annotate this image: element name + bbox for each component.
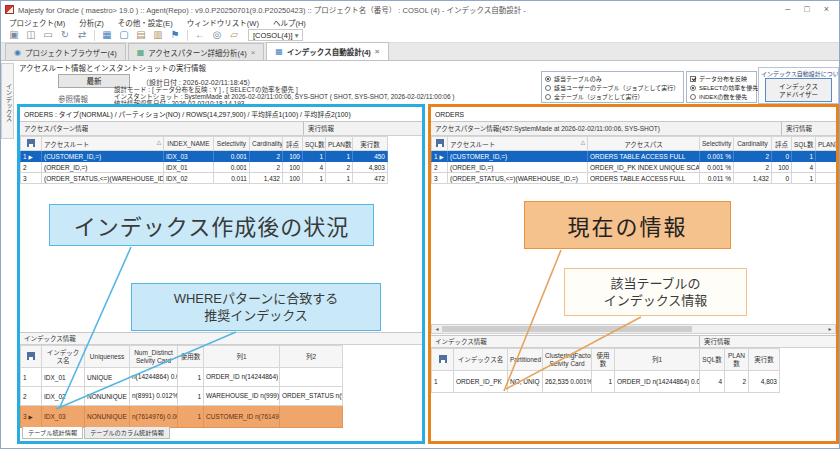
close-icon[interactable]: × [824,4,829,14]
save-icon[interactable] [432,137,448,151]
table-row[interactable]: 1 ORDER_ID_PK NO, UNIQ 262,535 0.001% 2 … [432,371,780,393]
menu-settings[interactable]: その他・設定(E) [118,17,173,28]
row-marker-icon: ▶ [28,154,32,160]
radio-user-tables-job[interactable]: 該当ユーザーのテーブル（ジョブとして実行） [545,83,680,92]
table-row-highlighted[interactable]: 3 ▶ IDX_03 NONUNIQUE n(7614976) 0.001% 2… [21,406,343,428]
menu-windowlist[interactable]: ウィンドウリスト(W) [187,17,259,28]
scrollbar-thumb[interactable] [442,326,692,332]
menu-help[interactable]: ヘルプ(H) [273,17,306,28]
menu-analysis[interactable]: 分析(Z) [79,17,104,28]
sort-asc-icon[interactable]: △ [157,139,161,145]
tab-strip: ◉ プロジェクトブラウザー(4) ▦ アクセスパターン詳細分析(4) × ▦ イ… [1,43,839,61]
tab-access-pattern-analysis[interactable]: ▦ アクセスパターン詳細分析(4) × [128,43,265,60]
tab-project-browser[interactable]: ◉ プロジェクトブラウザー(4) [5,43,126,60]
table-grid-icon[interactable]: ▦ [100,29,114,41]
back-arrow-icon[interactable]: ← [193,29,207,41]
title-bar: Majesty for Oracle ( maestro> 19.0 ) :: … [1,1,839,17]
access-pattern-table-left: アクセスルート△ INDEX_NAME Selectivity Cardinal… [20,136,388,184]
sync-icon[interactable]: ⇄ [75,29,89,41]
radio-off-icon [545,85,551,91]
toolbar-separator [94,30,95,41]
access-pattern-group-label: アクセスパターン情報(457:SystemMade at 2026-02-02/… [431,122,779,135]
tab-column-stats[interactable]: テーブルのカラム統計情報 [84,427,170,439]
report-icon[interactable]: ▤ [134,29,148,41]
scope-combobox[interactable]: [COSOL(4)] ▾ [248,29,303,41]
radio-off-icon [545,94,551,100]
group-header-right: アクセスパターン情報(457:SystemMade at 2026-02-02/… [431,122,836,136]
window-title: Majesty for Oracle ( maestro> 19.0 ) :: … [18,4,785,15]
annotation-where-pattern-recommended-index: WHEREパターンに合致する 推奨インデックス [131,283,381,331]
checkbox-checked-icon [690,76,696,82]
grid-icon: ▦ [137,48,145,57]
table-summary-left: ORDERS : タイプ(NORMAL) / パーティション(NO) / ROW… [20,107,422,122]
flag-icon[interactable]: ⚑ [168,29,182,41]
index-table-right: インデックス名 Partitioned ClusteringFactor Sel… [431,348,780,393]
annotation-after-index-creation: インデックス作成後の状況 [49,204,374,246]
radio-on-icon [690,85,696,91]
radio-off-icon [690,94,696,100]
index-advisor-button[interactable]: インデックス アドバイザー [765,78,832,102]
scroll-right-icon[interactable]: ▸ [825,325,835,333]
table-row[interactable]: 2 (ORDER_ID,=)ORDER_ID_PK INDEX UNIQUE S… [432,162,837,173]
save-icon[interactable] [21,346,42,368]
chevron-down-icon: ▾ [295,31,299,40]
after-index-panel: ORDERS : タイプ(NORMAL) / パーティション(NO) / ROW… [17,104,425,444]
index-info-header-left: インデックス情報 [20,332,422,345]
toolbar-separator [187,30,188,41]
notebook-icon[interactable]: ▥ [151,29,165,41]
annotation-table-index-info: 該当テーブルの インデックス情報 [564,268,747,316]
table-row[interactable]: 3 (ORDER_STATUS,<=)(WAREHOUSE_ID,=)ORDER… [432,173,837,184]
windows-cascade-icon[interactable]: ◫ [24,29,38,41]
index-table-left: インデックス名 Uniqueness Num_Distinct Selvity … [20,345,343,428]
tab-table-stats[interactable]: テーブル統計情報 [22,427,83,439]
row-marker-icon: ▶ [28,414,32,420]
table-row[interactable]: 1 IDX_01 UNIQUE n(14244864) 0.001% 2 1 O… [21,368,343,387]
row-marker-icon: ▶ [439,154,443,160]
reference-info-label: 参照情報 [58,93,88,104]
checkbox-reflect-distribution[interactable]: データ分布を反映 [690,74,753,83]
browser-icon: ◉ [14,48,21,57]
table-row[interactable]: 2 IDX_02 NONUNIQUE n(8991) 0.012% 1591 1… [21,387,343,406]
app-window: Majesty for Oracle ( maestro> 19.0 ) :: … [0,0,840,449]
radio-select-efficiency[interactable]: SELECTの効率を優先 [690,83,753,92]
monitor-icon[interactable]: ▢ [117,29,131,41]
tab-close-icon[interactable]: × [375,47,380,56]
table-summary-right: ORDERS [431,107,836,122]
save-icon[interactable] [432,349,454,371]
folder-icon[interactable]: ▱ [227,29,241,41]
refresh-icon[interactable]: ↻ [58,29,72,41]
exec-info-group-label: 実行情報 [699,336,730,347]
radio-target-table-only[interactable]: 該当テーブルのみ [545,74,680,83]
window-icon[interactable]: ▣ [7,29,21,41]
advisor-panel: インデックス自動設計について インデックス アドバイザー [758,67,839,104]
tab-close-icon[interactable]: × [251,48,256,57]
save-icon[interactable] [21,137,42,151]
menu-project[interactable]: プロジェクト(M) [9,17,65,28]
table-row[interactable]: 1 ▶ (CUSTOMER_ID,=)ORDERS TABLE ACCESS F… [432,151,837,162]
horizontal-scrollbar[interactable]: ◂ ▸ [431,324,836,334]
annotation-current-info: 現在の情報 [524,201,731,249]
folder-open-icon[interactable]: ▭ [41,29,55,41]
index-info-header-right: インデックス情報 実行情報 [431,335,836,348]
access-pattern-table-right: アクセスルート△ アクセスパス Selectivity Cardinality … [431,136,836,184]
exec-info-group-label: 実行情報 [303,122,422,135]
radio-on-icon [545,76,551,82]
grid-icon: ▦ [275,47,283,56]
radio-all-tables-job[interactable]: 全テーブル（ジョブとして実行） [545,92,680,101]
maximize-icon[interactable]: □ [804,4,809,14]
minimize-icon[interactable]: – [785,4,790,14]
exec-info-group-label: 実行情報 [781,122,836,135]
sort-asc-icon[interactable]: △ [581,139,585,145]
target-scope-groupbox: 該当テーブルのみ 該当ユーザーのテーブル（ジョブとして実行） 全テーブル（ジョブ… [541,71,684,103]
table-row[interactable]: 1 ▶ (CUSTOMER_ID,=)IDX_03 0.0012 1001 14… [21,151,388,162]
target-icon[interactable]: ◎ [210,29,224,41]
table-row[interactable]: 2 (ORDER_ID,=)IDX_01 0.0012 1004 24,803 [21,162,388,173]
access-pattern-group-label: アクセスパターン情報 [20,122,88,135]
side-vertical-tab[interactable]: インデックス [1,63,14,139]
radio-index-count[interactable]: INDEXの数を優先 [690,92,753,101]
scroll-left-icon[interactable]: ◂ [432,325,442,333]
group-header-left: アクセスパターン情報 実行情報 [20,122,422,136]
table-row[interactable]: 3 (ORDER_STATUS,<=)(WAREHOUSE_ID,=)IDX_0… [21,173,388,184]
tab-index-auto-design[interactable]: ▦ インデックス自動設計(4) × [266,42,388,60]
app-icon [5,5,14,14]
